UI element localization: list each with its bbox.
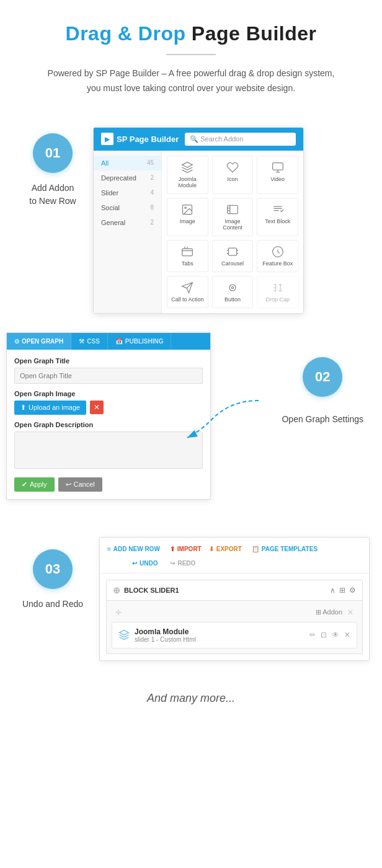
addon-drop-cap[interactable]: Drop Cap — [257, 276, 298, 308]
footer-text: And many more... — [147, 692, 235, 704]
addon-call-to-action[interactable]: Call to Action — [167, 276, 208, 308]
redo-icon: ↪ — [170, 560, 175, 567]
settings-grid-icon[interactable]: ⊞ — [339, 586, 345, 595]
templates-icon: 📋 — [252, 546, 259, 552]
upload-icon: ⬆ — [20, 404, 26, 412]
svg-rect-0 — [272, 162, 283, 170]
toolbar-export[interactable]: ⬇ EXPORT — [209, 544, 242, 555]
addon-icon[interactable]: Icon — [212, 156, 254, 194]
step-03-label: Undo and Redo — [22, 598, 83, 611]
feature-section-01: 01 Add Addon to New Row ▶ SP Page Builde… — [0, 108, 382, 326]
builder-addon-actions: ✏ ⊡ 👁 ✕ — [309, 631, 350, 639]
svg-rect-5 — [228, 248, 236, 255]
feature-section-03: 03 Undo and Redo ≡ ADD NEW ROW ⬆ IMPORT … — [0, 525, 382, 673]
builder-addon-sub: slider 1 - Custom Html — [135, 636, 304, 643]
step-02-circle: 02 — [303, 357, 342, 397]
addon-video[interactable]: Video — [257, 156, 298, 194]
toolbar-add-new-row[interactable]: ≡ ADD NEW ROW — [107, 544, 160, 555]
sidebar-item-deprecated[interactable]: Deprecated2 — [94, 170, 161, 185]
footer-section: And many more... — [0, 673, 382, 730]
og-action-row: ✔ Apply ↩ Cancel — [14, 477, 203, 492]
import-icon: ⬆ — [170, 546, 175, 552]
addon-image[interactable]: Image — [167, 198, 208, 236]
joomla-addon-icon — [118, 629, 130, 640]
delete-icon[interactable]: ✕ — [344, 631, 350, 639]
step-03-circle: 03 — [33, 549, 73, 589]
builder-block-actions: ∧ ⊞ ⚙ — [330, 586, 356, 595]
og-title-input[interactable] — [14, 368, 203, 384]
builder-block: ⊕ BLOCK SLIDER1 ∧ ⊞ ⚙ ✛ ⊞ Addon — [106, 580, 363, 654]
sp-logo-icon: ▶ — [101, 133, 113, 145]
toolbar-page-templates[interactable]: 📋 PAGE TEMPLATES — [252, 544, 318, 555]
addon-tabs[interactable]: Tabs — [167, 240, 208, 272]
addon-feature-box[interactable]: Feature Box — [257, 240, 298, 272]
builder-panel: ≡ ADD NEW ROW ⬆ IMPORT ⬇ EXPORT 📋 PAGE T… — [99, 537, 370, 661]
sidebar-item-general[interactable]: General2 — [94, 215, 161, 230]
addon-add-icon: ⊞ — [316, 608, 321, 616]
sp-builder-mockup: ▶ SP Page Builder 🔍 Search Addon All45 D… — [93, 127, 304, 314]
undo-icon: ↩ — [132, 560, 137, 567]
toolbar-import[interactable]: ⬆ IMPORT — [170, 544, 202, 555]
tab-publishing[interactable]: 📅 PUBLISHING — [108, 333, 172, 350]
header-divider — [166, 54, 216, 55]
svg-rect-4 — [182, 249, 193, 256]
addon-carousel[interactable]: Carousel — [212, 240, 254, 272]
collapse-icon[interactable]: ∧ — [330, 586, 335, 595]
sp-search-box[interactable]: 🔍 Search Addon — [185, 133, 296, 146]
page-title: Drag & Drop Page Builder — [25, 22, 357, 45]
og-remove-button[interactable]: ✕ — [90, 401, 104, 414]
addon-joomla-module[interactable]: Joomla Module — [167, 156, 208, 194]
edit-icon[interactable]: ✏ — [309, 631, 316, 639]
sp-builder-header: ▶ SP Page Builder 🔍 Search Addon — [94, 128, 303, 151]
og-title-label: Open Graph Title — [14, 357, 203, 365]
tab-css[interactable]: ⚒ CSS — [71, 333, 108, 350]
sidebar-item-all[interactable]: All45 — [94, 156, 161, 170]
gear-icon[interactable]: ⚙ — [349, 586, 356, 595]
step-03-left: 03 Undo and Redo — [12, 537, 93, 611]
builder-addon-name: Joomla Module — [135, 627, 304, 636]
builder-block-title: ⊕ BLOCK SLIDER1 — [113, 585, 179, 595]
toolbar-undo[interactable]: ↩ UNDO — [132, 560, 158, 567]
search-icon: 🔍 — [190, 135, 200, 143]
og-description-input[interactable] — [14, 432, 203, 469]
builder-addon-row: Joomla Module slider 1 - Custom Html ✏ ⊡… — [112, 622, 357, 649]
addon-text-block[interactable]: Text Block — [257, 198, 298, 236]
sidebar-item-social[interactable]: Social8 — [94, 200, 161, 215]
sidebar-item-slider[interactable]: Slider4 — [94, 185, 161, 200]
addon-button[interactable]: Button — [212, 276, 254, 308]
og-image-label: Open Graph Image — [14, 390, 203, 397]
builder-addon-info: Joomla Module slider 1 - Custom Html — [135, 627, 304, 643]
svg-point-8 — [231, 286, 233, 288]
step-02-right: 02 Open Graph Settings — [282, 357, 363, 426]
builder-toolbar: ≡ ADD NEW ROW ⬆ IMPORT ⬇ EXPORT 📋 PAGE T… — [100, 538, 369, 574]
og-body: Open Graph Title Open Graph Image ⬆ Uplo… — [7, 350, 210, 499]
step-01-label: Add Addon to New Row — [29, 182, 76, 208]
eye-icon[interactable]: 👁 — [332, 631, 339, 639]
tab-open-graph[interactable]: ⊙ OPEN GRAPH — [7, 333, 71, 350]
svg-point-7 — [229, 285, 236, 291]
add-row-icon: ≡ — [107, 546, 111, 552]
og-apply-button[interactable]: ✔ Apply — [14, 477, 55, 492]
og-tabs: ⊙ OPEN GRAPH ⚒ CSS 📅 PUBLISHING — [7, 333, 210, 350]
header-subtitle: Powered by SP Page Builder – A free powe… — [42, 66, 340, 96]
step-01-left: 01 Add Addon to New Row — [12, 127, 93, 208]
sp-builder-body: All45 Deprecated2 Slider4 Social8 Genera… — [94, 151, 303, 313]
svg-point-2 — [185, 206, 187, 208]
builder-row-actions: ⊞ Addon ✕ — [316, 608, 353, 617]
duplicate-icon[interactable]: ⊡ — [321, 631, 327, 639]
svg-rect-3 — [228, 205, 238, 213]
cancel-icon: ↩ — [66, 480, 71, 489]
row-settings-icon[interactable]: ✕ — [347, 608, 353, 617]
row-add-addon-label: ⊞ Addon — [316, 608, 342, 616]
og-cancel-button[interactable]: ↩ Cancel — [58, 477, 102, 492]
builder-row-header: ✛ ⊞ Addon ✕ — [112, 606, 357, 619]
sp-logo: ▶ SP Page Builder — [101, 133, 179, 145]
publishing-icon: 📅 — [115, 338, 123, 345]
og-panel: ⊙ OPEN GRAPH ⚒ CSS 📅 PUBLISHING Open Gra… — [6, 332, 211, 500]
addon-image-content[interactable]: Image Content — [212, 198, 254, 236]
toolbar-redo[interactable]: ↪ REDO — [170, 560, 195, 567]
export-icon: ⬇ — [209, 546, 214, 552]
step-02-label: Open Graph Settings — [282, 413, 363, 426]
builder-block-header: ⊕ BLOCK SLIDER1 ∧ ⊞ ⚙ — [107, 580, 362, 601]
og-upload-button[interactable]: ⬆ Upload an image — [14, 401, 86, 415]
